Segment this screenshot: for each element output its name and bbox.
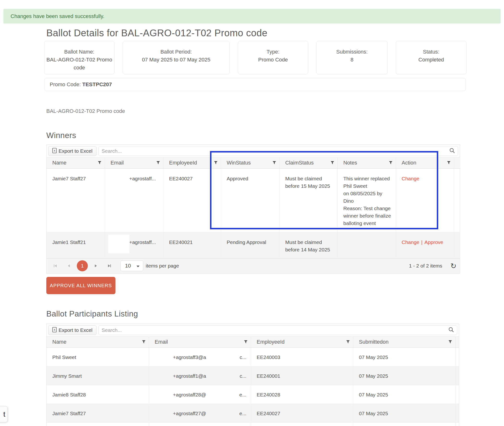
participant-email-cell: +agrostaff28@e... xyxy=(149,385,251,404)
participant-submittedon-cell: 07 May 2025 xyxy=(353,422,455,426)
previous-page-button[interactable] xyxy=(63,260,74,271)
winner-employeeid-cell: EE240027 xyxy=(163,168,221,232)
winners-grid: x Export to Excel Name Email EmployeeId … xyxy=(46,145,460,274)
filter-icon[interactable] xyxy=(448,340,452,344)
svg-text:x: x xyxy=(54,328,55,331)
filler-cell xyxy=(455,385,459,404)
filter-icon[interactable] xyxy=(142,340,146,344)
winners-col-claimstatus[interactable]: ClaimStatus xyxy=(279,157,337,168)
change-winner-link[interactable]: Change xyxy=(402,239,420,245)
participant-email-cell: +agrostaff3@ac... xyxy=(149,348,251,366)
approve-winner-link[interactable]: Approve xyxy=(425,239,443,245)
winners-heading: Winners xyxy=(46,131,76,140)
table-row: Jamie5 Staff25 +agrostaff25@e... EE24002… xyxy=(47,422,459,426)
winners-col-name[interactable]: Name xyxy=(47,157,105,168)
filter-icon[interactable] xyxy=(156,161,160,165)
winner-winstatus-cell: Pending Approval xyxy=(221,232,279,258)
participant-name-cell: Phil Sweet xyxy=(47,348,149,366)
participant-name-cell: Jamie8 Staff28 xyxy=(47,385,149,404)
filter-icon[interactable] xyxy=(244,340,248,344)
svg-text:x: x xyxy=(54,149,55,152)
success-banner-text: Changes have been saved successfully. xyxy=(11,13,105,20)
filter-icon[interactable] xyxy=(346,340,350,344)
last-page-button[interactable] xyxy=(104,260,115,271)
winner-claimstatus-cell: Must be claimed before 15 May 2025 xyxy=(279,168,337,232)
card-ballot-name: Ballot Name: BAL-AGRO-012-T02 Promo code xyxy=(44,41,114,74)
table-row: Jamie7 Staff27 +agrostaff27@e... EE24002… xyxy=(47,404,459,422)
participants-col-email[interactable]: Email xyxy=(149,337,251,348)
card-type: Type: Promo Code xyxy=(238,41,308,74)
winners-col-employeeid[interactable]: EmployeeId xyxy=(163,157,221,168)
card-label: Type: xyxy=(238,48,308,56)
winners-header-row: Name Email EmployeeId WinStatus ClaimSta… xyxy=(47,157,460,168)
winner-notes-cell xyxy=(337,232,396,258)
winners-col-email[interactable]: Email xyxy=(105,157,163,168)
participant-name-cell: Jamie7 Staff27 xyxy=(47,404,149,422)
participants-export-to-excel-button[interactable]: x Export to Excel xyxy=(48,325,97,335)
participants-col-submittedon[interactable]: Submittedon xyxy=(353,337,455,348)
participants-col-name[interactable]: Name xyxy=(47,337,149,348)
table-row: Jamie1 Staff21 +agrostaff... EE240021 Pe… xyxy=(47,232,460,258)
participants-col-employeeid[interactable]: EmployeeId xyxy=(251,337,353,348)
filter-icon[interactable] xyxy=(330,161,335,165)
winner-name-cell: Jamie7 Staff27 xyxy=(47,168,105,232)
filter-icon[interactable] xyxy=(214,161,218,165)
participant-name-cell: Jimmy Smart xyxy=(47,366,149,385)
participant-submittedon-cell: 07 May 2025 xyxy=(353,404,455,422)
page-title: Ballot Details for BAL-AGRO-012-T02 Prom… xyxy=(46,28,267,38)
participants-toolbar: x Export to Excel xyxy=(47,324,459,337)
promo-code-label: Promo Code: xyxy=(50,81,81,88)
participants-search-box[interactable] xyxy=(98,325,457,335)
approve-all-winners-button[interactable]: APPROVE ALL WINNERS xyxy=(46,277,115,294)
participant-email-cell: +agrostaff27@e... xyxy=(149,404,251,422)
winner-action-cell: Change|Approve xyxy=(396,232,454,258)
winners-col-winstatus[interactable]: WinStatus xyxy=(221,157,279,168)
promo-code-bar: Promo Code: TESTPC207 xyxy=(44,78,466,91)
refresh-icon[interactable]: ↻ xyxy=(450,262,456,270)
table-row: Jamie8 Staff28 +agrostaff28@e... EE24002… xyxy=(47,385,459,404)
filter-icon[interactable] xyxy=(447,161,451,165)
filter-icon[interactable] xyxy=(389,161,393,165)
card-label: Status: xyxy=(396,48,466,56)
participant-submittedon-cell: 07 May 2025 xyxy=(353,348,455,366)
participants-search-input[interactable] xyxy=(102,327,448,333)
participants-heading: Ballot Participants Listing xyxy=(46,309,138,319)
participant-employeeid-cell: EE240027 xyxy=(251,404,353,422)
page-number-button[interactable]: 1 xyxy=(77,260,88,271)
card-status: Status: Completed xyxy=(396,41,467,74)
first-page-button[interactable] xyxy=(50,260,61,271)
winners-search-box[interactable] xyxy=(98,146,458,156)
filler-cell xyxy=(454,232,460,258)
winners-pager: 1 10 items per page 1 - 2 of 2 items ↻ xyxy=(47,258,460,273)
winners-table: Name Email EmployeeId WinStatus ClaimSta… xyxy=(47,157,460,258)
filter-icon[interactable] xyxy=(98,161,102,165)
card-value: BAL-AGRO-012-T02 Promo code xyxy=(44,56,114,71)
ballot-subtitle: BAL-AGRO-012-T02 Promo code xyxy=(46,108,125,114)
corner-tab[interactable]: t xyxy=(0,406,8,422)
card-value: Promo Code xyxy=(238,56,308,64)
participant-email-cell: +agrostaff25@e... xyxy=(149,422,251,426)
winners-col-action[interactable]: Action xyxy=(396,157,454,168)
table-row: Phil Sweet +agrostaff3@ac... EE240003 07… xyxy=(47,348,459,366)
participants-table: Name Email EmployeeId Submittedon Phil S… xyxy=(47,337,459,426)
excel-file-icon: x xyxy=(52,148,57,154)
winner-employeeid-cell: EE240021 xyxy=(163,232,221,258)
card-value: Completed xyxy=(396,56,466,64)
winners-search-input[interactable] xyxy=(102,148,449,154)
change-winner-link[interactable]: Change xyxy=(402,176,420,181)
success-banner: Changes have been saved successfully. xyxy=(3,9,501,23)
table-row: Jamie7 Staff27 +agrostaff... EE240027 Ap… xyxy=(47,168,460,232)
participant-name-cell: Jamie5 Staff25 xyxy=(47,422,149,426)
search-icon xyxy=(448,327,454,334)
filter-icon[interactable] xyxy=(272,161,276,165)
filler-cell xyxy=(455,366,459,385)
winners-export-to-excel-button[interactable]: x Export to Excel xyxy=(48,146,97,156)
winners-toolbar: x Export to Excel xyxy=(47,145,460,157)
participant-employeeid-cell: EE240003 xyxy=(251,348,353,366)
page-size-dropdown[interactable]: 10 xyxy=(120,261,143,271)
winners-col-notes[interactable]: Notes xyxy=(337,157,396,168)
card-label: Ballot Period: xyxy=(123,48,230,56)
winners-export-label: Export to Excel xyxy=(59,148,92,154)
participant-employeeid-cell: EE240028 xyxy=(251,385,353,404)
next-page-button[interactable] xyxy=(90,260,101,271)
